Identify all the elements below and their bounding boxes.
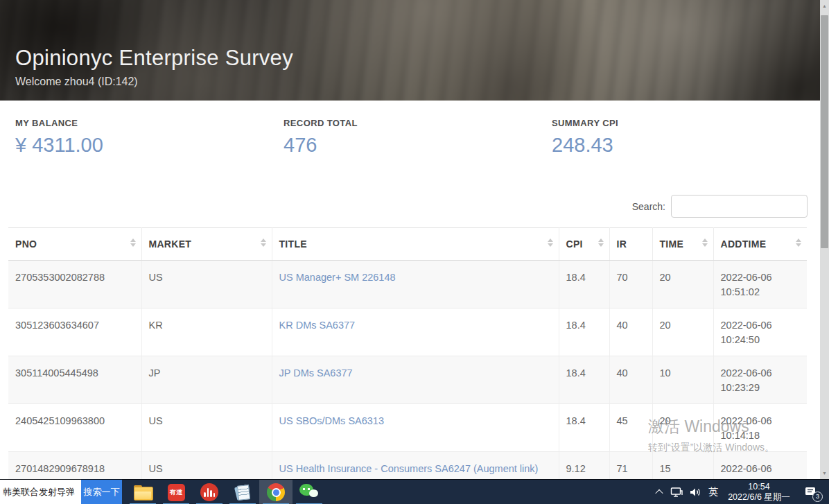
sort-icon bbox=[702, 238, 708, 247]
cell-ir: 40 bbox=[609, 356, 652, 404]
column-header-cpi[interactable]: CPI bbox=[559, 228, 609, 261]
column-header-pno[interactable]: PNO bbox=[8, 228, 141, 261]
cell-time: 20 bbox=[652, 261, 713, 309]
tray-chevron-up-icon[interactable] bbox=[652, 480, 667, 504]
sort-icon bbox=[796, 238, 801, 247]
volume-icon[interactable] bbox=[686, 480, 704, 504]
table-row: 305114005445498 JP JP DMs SA6377 18.4 40… bbox=[8, 356, 807, 404]
file-explorer-icon[interactable] bbox=[126, 480, 159, 504]
table-row: 305123603634607 KR KR DMs SA6377 18.4 40… bbox=[8, 309, 807, 356]
stats-row: MY BALANCE ¥ 4311.00 RECORD TOTAL 476 SU… bbox=[15, 118, 805, 157]
stat-value: ¥ 4311.00 bbox=[15, 134, 283, 157]
cell-cpi: 18.4 bbox=[559, 356, 609, 404]
stat-label: RECORD TOTAL bbox=[283, 118, 552, 128]
cell-title: US Manager+ SM 226148 bbox=[272, 261, 559, 309]
cell-title: US SBOs/DMs SA6313 bbox=[272, 404, 559, 452]
survey-title-link[interactable]: US SBOs/DMs SA6313 bbox=[279, 415, 385, 426]
stat-summary-cpi: SUMMARY CPI 248.43 bbox=[552, 118, 805, 157]
sort-icon bbox=[261, 238, 266, 247]
music-icon bbox=[200, 483, 218, 501]
cell-market: US bbox=[141, 404, 272, 452]
chrome-icon[interactable] bbox=[259, 480, 293, 504]
page-scrollbar[interactable]: ▲ ▼ bbox=[820, 0, 829, 479]
youdao-icon[interactable]: 有道 bbox=[159, 480, 193, 504]
notepad-icon[interactable] bbox=[226, 480, 259, 504]
scrollbar-thumb[interactable] bbox=[821, 15, 828, 248]
stat-value: 476 bbox=[283, 134, 552, 157]
windows-taskbar: 韩美联合发射导弹 搜索一下 有道 bbox=[0, 479, 829, 504]
column-header-ir[interactable]: IR bbox=[609, 228, 652, 261]
cell-market: US bbox=[141, 261, 272, 309]
stat-value: 248.43 bbox=[552, 134, 805, 157]
cell-market: JP bbox=[141, 356, 272, 404]
clock-time: 10:54 bbox=[748, 482, 769, 492]
survey-title-link[interactable]: US Health Insurance - Consumers SA6247 (… bbox=[279, 463, 539, 474]
survey-title-link[interactable]: JP DMs SA6377 bbox=[279, 367, 353, 379]
network-icon[interactable] bbox=[667, 480, 686, 504]
sort-icon bbox=[130, 238, 136, 247]
cell-addtime: 2022-06-0610:51:02 bbox=[713, 261, 807, 309]
sort-icon bbox=[548, 238, 553, 247]
table-row: 2405425109963800 US US SBOs/DMs SA6313 1… bbox=[8, 404, 807, 452]
cell-title: JP DMs SA6377 bbox=[272, 356, 559, 404]
cell-pno: 2705353002082788 bbox=[8, 261, 141, 309]
cell-ir: 45 bbox=[609, 404, 652, 452]
cell-title: KR DMs SA6377 bbox=[272, 309, 559, 356]
cell-pno: 2405425109963800 bbox=[8, 404, 141, 452]
stat-my-balance: MY BALANCE ¥ 4311.00 bbox=[15, 118, 283, 157]
page-title: Opinionyc Enterprise Survey bbox=[15, 46, 293, 71]
table-header-row: PNO MARKET TITLE CPI IR TIME ADDTIME bbox=[8, 228, 807, 261]
cell-addtime: 2022-06-0610:14:18 bbox=[713, 404, 807, 452]
cell-time: 20 bbox=[652, 309, 713, 356]
system-tray: 英 10:54 2022/6/6 星期一 3 bbox=[652, 480, 829, 504]
cell-cpi: 18.4 bbox=[559, 404, 609, 452]
notification-center-icon[interactable]: 3 bbox=[796, 480, 825, 504]
language-indicator[interactable]: 英 bbox=[704, 480, 722, 504]
search-input[interactable] bbox=[671, 195, 808, 218]
cell-addtime: 2022-06-0610:24:50 bbox=[713, 309, 807, 356]
column-header-market[interactable]: MARKET bbox=[141, 228, 272, 261]
table-search: Search: bbox=[632, 195, 808, 218]
cell-addtime: 2022-06-0610:23:29 bbox=[713, 356, 807, 404]
taskbar-search-button[interactable]: 搜索一下 bbox=[81, 480, 122, 504]
stat-record-total: RECORD TOTAL 476 bbox=[283, 118, 552, 157]
folder-icon bbox=[134, 485, 152, 499]
taskbar-apps: 有道 bbox=[126, 480, 326, 504]
cell-pno: 305123603634607 bbox=[8, 309, 141, 356]
notepad-page-icon bbox=[234, 484, 251, 501]
taskbar-search-text: 韩美联合发射导弹 bbox=[3, 486, 75, 498]
clock-date: 2022/6/6 星期一 bbox=[728, 492, 790, 503]
survey-table: PNO MARKET TITLE CPI IR TIME ADDTIME 270… bbox=[8, 227, 807, 500]
cell-ir: 70 bbox=[609, 261, 652, 309]
youdao-dict-icon: 有道 bbox=[168, 484, 185, 501]
clock[interactable]: 10:54 2022/6/6 星期一 bbox=[722, 480, 796, 504]
netease-music-icon[interactable] bbox=[193, 480, 226, 504]
survey-title-link[interactable]: US Manager+ SM 226148 bbox=[279, 272, 396, 283]
cell-pno: 305114005445498 bbox=[8, 356, 141, 404]
scrollbar-down-arrow[interactable]: ▼ bbox=[820, 467, 829, 479]
stat-label: SUMMARY CPI bbox=[552, 118, 805, 128]
stat-label: MY BALANCE bbox=[15, 118, 283, 128]
cell-ir: 40 bbox=[609, 309, 652, 356]
wechat-icon[interactable] bbox=[293, 480, 326, 504]
sort-icon bbox=[598, 238, 604, 247]
screen: Opinionyc Enterprise Survey Welcome zhou… bbox=[0, 0, 829, 504]
chrome-logo-icon bbox=[267, 483, 285, 501]
cell-time: 20 bbox=[652, 404, 713, 452]
welcome-text: Welcome zhou4 (ID:142) bbox=[15, 76, 293, 88]
column-header-time[interactable]: TIME bbox=[652, 228, 713, 261]
cell-cpi: 18.4 bbox=[559, 309, 609, 356]
column-header-title[interactable]: TITLE bbox=[272, 228, 559, 261]
survey-title-link[interactable]: KR DMs SA6377 bbox=[279, 320, 356, 331]
cell-time: 10 bbox=[652, 356, 713, 404]
table-row: 2705353002082788 US US Manager+ SM 22614… bbox=[8, 261, 807, 309]
search-label: Search: bbox=[632, 201, 665, 212]
cell-market: KR bbox=[141, 309, 272, 356]
taskbar-search-box[interactable]: 韩美联合发射导弹 bbox=[0, 480, 81, 504]
column-header-addtime[interactable]: ADDTIME bbox=[713, 228, 807, 261]
hero-banner: Opinionyc Enterprise Survey Welcome zhou… bbox=[0, 0, 820, 101]
wechat-bubble-icon bbox=[299, 484, 319, 501]
scrollbar-up-arrow[interactable]: ▲ bbox=[820, 0, 829, 12]
notification-badge: 3 bbox=[812, 492, 823, 502]
cell-cpi: 18.4 bbox=[559, 261, 609, 309]
